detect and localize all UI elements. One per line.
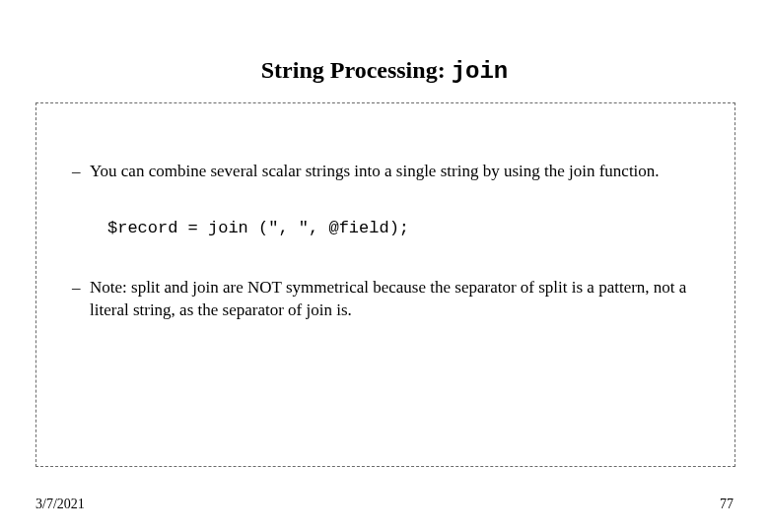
bullet-item: – Note: split and join are NOT symmetric…	[70, 277, 701, 322]
bullet-text: Note: split and join are NOT symmetrical…	[90, 277, 701, 322]
bullet-dash: –	[70, 277, 90, 322]
footer-date: 3/7/2021	[35, 497, 85, 512]
title-prefix: String Processing:	[261, 57, 452, 83]
bullet-item: – You can combine several scalar strings…	[70, 161, 701, 183]
bullet-text: You can combine several scalar strings i…	[90, 161, 701, 183]
code-line: $record = join (", ", @field);	[107, 219, 701, 237]
bullet-dash: –	[70, 161, 90, 183]
title-mono: join	[452, 58, 509, 85]
slide-title: String Processing: join	[0, 0, 769, 85]
footer: 3/7/2021 77	[0, 497, 769, 512]
slide: String Processing: join – You can combin…	[0, 0, 769, 532]
footer-page: 77	[720, 497, 734, 512]
content-box: – You can combine several scalar strings…	[35, 102, 735, 467]
